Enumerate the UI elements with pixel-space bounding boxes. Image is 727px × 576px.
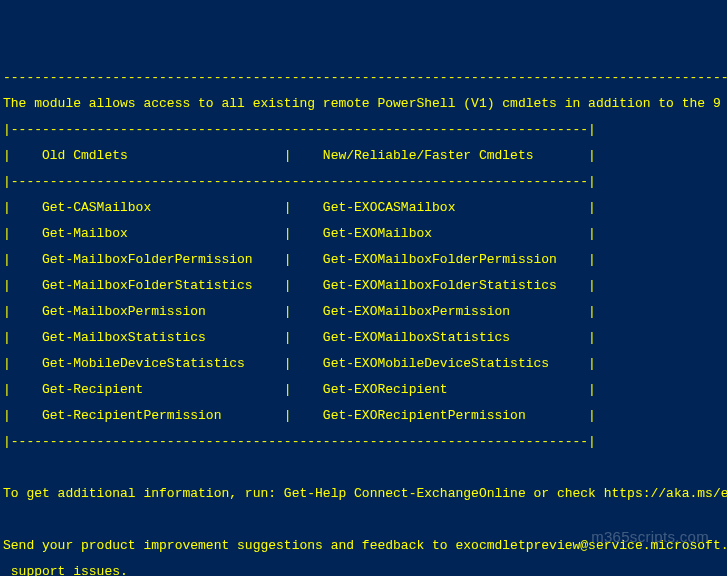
cmdlet-row: | Get-RecipientPermission | Get-EXORecip… [3,409,724,422]
cmdlet-row: | Get-Recipient | Get-EXORecipient | [3,383,724,396]
console-output: ----------------------------------------… [3,58,724,576]
cmdlet-row: | Get-MailboxStatistics | Get-EXOMailbox… [3,331,724,344]
cmdlet-row: | Get-MailboxFolderPermission | Get-EXOM… [3,253,724,266]
border-dash-top: ----------------------------------------… [3,71,724,84]
watermark: m365scripts.com [591,529,709,544]
cmdlet-row: | Get-CASMailbox | Get-EXOCASMailbox | [3,201,724,214]
cmdlet-row: | Get-MailboxPermission | Get-EXOMailbox… [3,305,724,318]
cmdlet-table-header: | Old Cmdlets | New/Reliable/Faster Cmdl… [3,149,724,162]
feedback-text: support issues. [3,565,724,576]
cmdlet-table-border: |---------------------------------------… [3,175,724,188]
module-desc: The module allows access to all existing… [3,97,724,110]
cmdlet-table-border: |---------------------------------------… [3,435,724,448]
cmdlet-row: | Get-MailboxFolderStatistics | Get-EXOM… [3,279,724,292]
help-text: To get additional information, run: Get-… [3,487,724,500]
cmdlet-row: | Get-Mailbox | Get-EXOMailbox | [3,227,724,240]
cmdlet-table-border: |---------------------------------------… [3,123,724,136]
cmdlet-row: | Get-MobileDeviceStatistics | Get-EXOMo… [3,357,724,370]
